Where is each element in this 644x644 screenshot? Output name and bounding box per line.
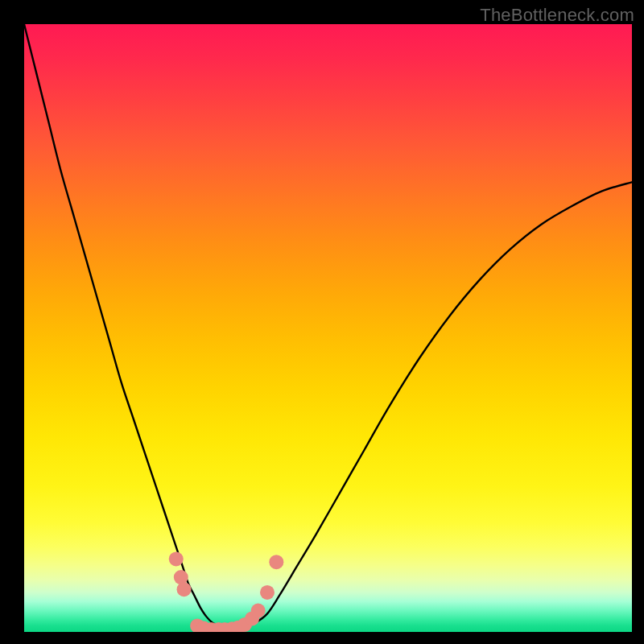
curve-marker [269, 555, 283, 569]
chart-area [24, 24, 632, 632]
watermark-text: TheBottleneck.com [480, 5, 634, 26]
curve-marker [260, 585, 275, 600]
curve-markers [169, 551, 284, 632]
curve-marker [177, 582, 192, 597]
curve-marker [174, 570, 188, 584]
curve-marker [169, 551, 184, 566]
chart-svg [24, 24, 632, 632]
bottleneck-curve [24, 24, 632, 629]
curve-marker [251, 604, 266, 618]
